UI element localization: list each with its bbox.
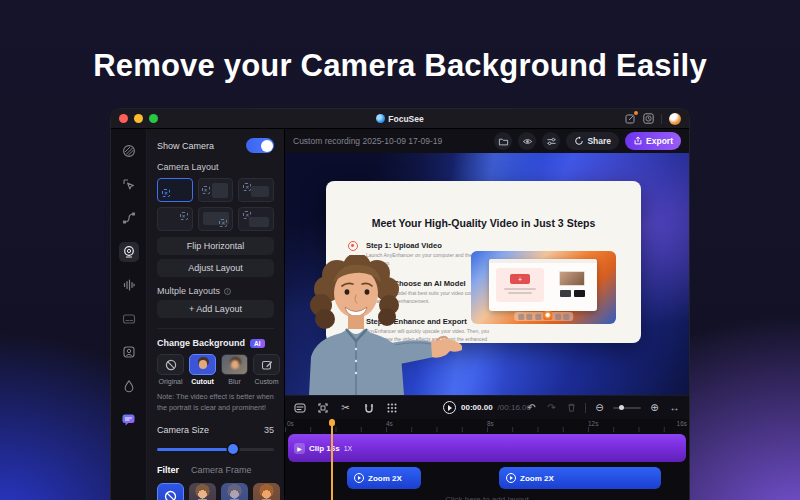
ruler-label: 4s <box>386 420 393 427</box>
add-layout-hint[interactable]: Click here to add layout <box>285 495 689 500</box>
layout-tile-camera-only[interactable] <box>157 178 193 202</box>
timeline[interactable]: 0s 4s 8s 12s 16s ▶ Clip 16s 1X Zoom 2X <box>285 419 689 500</box>
ai-badge: AI <box>250 339 265 348</box>
playhead[interactable] <box>331 419 333 500</box>
blur-face-thumb <box>222 355 247 374</box>
history-icon[interactable] <box>643 113 654 124</box>
recording-name: Custom recording 2025-10-09 17-09-19 <box>293 136 488 146</box>
minimize-button[interactable] <box>134 114 143 123</box>
close-button[interactable] <box>119 114 128 123</box>
grid-dots-icon[interactable] <box>385 401 398 414</box>
prohibit-icon <box>165 359 177 371</box>
bg-option-custom[interactable] <box>253 354 280 375</box>
show-camera-toggle[interactable] <box>246 138 274 153</box>
webcam-icon[interactable] <box>119 242 139 262</box>
tool-sidebar <box>111 129 147 500</box>
presenter-camera-cutout[interactable] <box>291 255 463 395</box>
zoom-label: Zoom 2X <box>368 474 402 483</box>
adjust-layout-button[interactable]: Adjust Layout <box>157 259 274 277</box>
zoom-segment-1[interactable]: Zoom 2X <box>347 467 421 489</box>
screenshot-window <box>489 259 597 311</box>
step-title: Step 1: Upload Video <box>366 241 498 250</box>
ruler-label: 0s <box>287 420 294 427</box>
slider-knob[interactable] <box>228 444 238 454</box>
clip-segment[interactable]: ▶ Clip 16s 1X <box>288 434 686 462</box>
export-button[interactable]: Export <box>625 132 681 150</box>
adjust-sliders-icon[interactable] <box>542 132 560 150</box>
share-button[interactable]: Share <box>566 132 619 150</box>
app-title: FocuSee <box>111 114 689 124</box>
layout-tile-corner[interactable] <box>238 178 274 202</box>
layout-tile-cam-tl-screen[interactable] <box>238 207 274 231</box>
filter-options: None Natural Cold Warm <box>157 483 274 500</box>
cursor-icon[interactable] <box>119 175 139 195</box>
change-background-label: Change Background <box>157 338 245 348</box>
share-refresh-icon <box>574 136 584 146</box>
redo-icon[interactable]: ↷ <box>545 401 558 414</box>
zoom-segment-2[interactable]: Zoom 2X <box>499 467 661 489</box>
export-icon <box>633 136 643 146</box>
add-layout-button[interactable]: + Add Layout <box>157 300 274 318</box>
background-stripes-icon[interactable] <box>119 141 139 161</box>
notification-dot <box>634 111 638 115</box>
background-options: Original Cutout Blur Custom <box>157 354 274 385</box>
ruler-label: 12s <box>588 420 598 427</box>
avatar[interactable] <box>669 113 681 125</box>
bg-option-label: Custom <box>253 378 280 385</box>
filter-natural[interactable] <box>189 483 216 500</box>
captions-icon[interactable] <box>119 309 139 329</box>
bg-option-cutout[interactable] <box>189 354 216 375</box>
edit-export-icon[interactable] <box>625 113 636 124</box>
audio-waveform-icon[interactable] <box>119 275 139 295</box>
motion-path-icon[interactable] <box>119 208 139 228</box>
step-bullet-icon <box>348 241 358 251</box>
camera-size-slider[interactable] <box>157 444 274 454</box>
thumb-small-2 <box>574 290 585 297</box>
fit-width-icon[interactable]: ↔ <box>668 401 681 414</box>
toolbar-separator <box>585 403 586 413</box>
layout-tile-camera-right[interactable] <box>157 207 193 231</box>
filter-warm[interactable] <box>253 483 280 500</box>
play-button[interactable] <box>443 401 456 414</box>
eye-icon[interactable] <box>518 132 536 150</box>
prohibit-icon <box>164 490 177 500</box>
info-icon[interactable]: i <box>224 288 231 295</box>
droplet-icon[interactable] <box>119 376 139 396</box>
flip-horizontal-button[interactable]: Flip Horizontal <box>157 237 274 255</box>
layout-tile-split[interactable] <box>198 178 234 202</box>
layout-tile-screen-cam-br[interactable] <box>198 207 234 231</box>
zoom-out-icon[interactable]: ⊖ <box>593 401 606 414</box>
slide-title: Meet Your High-Quality Video in Just 3 S… <box>326 217 641 229</box>
bg-option-blur[interactable] <box>221 354 248 375</box>
filter-none[interactable] <box>157 483 184 500</box>
video-preview-canvas[interactable]: Meet Your High-Quality Video in Just 3 S… <box>285 153 689 395</box>
bg-option-original[interactable] <box>157 354 184 375</box>
app-title-text: FocuSee <box>388 114 423 124</box>
folder-icon[interactable] <box>494 132 512 150</box>
camera-layout-label: Camera Layout <box>157 162 274 172</box>
bg-option-label: Cutout <box>189 378 216 385</box>
tab-camera-frame[interactable]: Camera Frame <box>191 465 252 475</box>
tracks-icon[interactable] <box>293 401 306 414</box>
timeline-ruler[interactable]: 0s 4s 8s 12s 16s <box>285 419 689 432</box>
bg-option-label: Original <box>157 378 184 385</box>
hero-title: Remove your Camera Background Easily <box>0 48 800 84</box>
scissors-icon[interactable]: ✂ <box>339 401 352 414</box>
camera-settings-panel: Show Camera Camera Layout Flip Horizonta… <box>147 129 285 500</box>
tab-filter[interactable]: Filter <box>157 465 179 475</box>
frame-icon[interactable] <box>316 401 329 414</box>
background-note: Note: The video effect is better when th… <box>157 392 274 414</box>
maximize-button[interactable] <box>149 114 158 123</box>
project-topbar: Custom recording 2025-10-09 17-09-19 Sha… <box>285 129 689 153</box>
trash-icon[interactable] <box>565 401 578 414</box>
magnet-icon[interactable] <box>362 401 375 414</box>
profile-card-icon[interactable] <box>119 342 139 362</box>
callout-bubble-icon[interactable] <box>119 409 139 429</box>
edit-icon <box>261 359 273 371</box>
preview-thumb <box>559 271 585 286</box>
timeline-zoom-slider[interactable] <box>613 407 641 409</box>
share-label: Share <box>587 136 611 146</box>
filter-cold[interactable] <box>221 483 248 500</box>
app-screenshot <box>471 251 616 324</box>
zoom-in-icon[interactable]: ⊕ <box>648 401 661 414</box>
